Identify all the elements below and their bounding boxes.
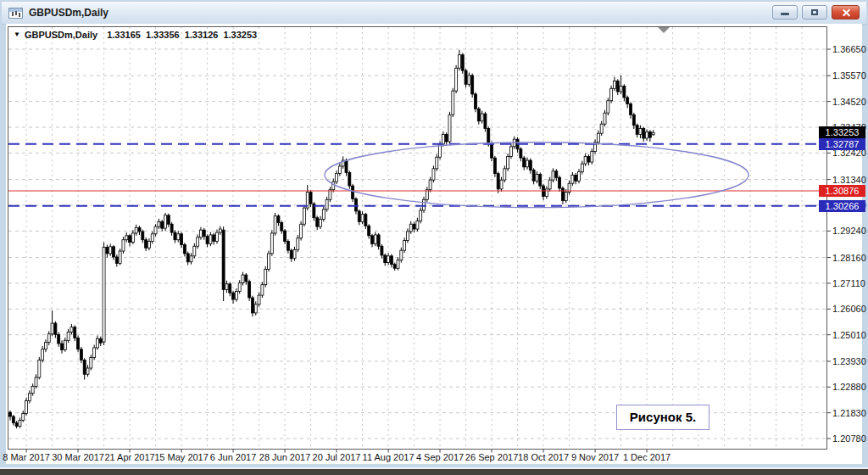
legend-low: 1.33126	[185, 30, 219, 40]
price-badge: 1.33253	[819, 126, 865, 138]
close-button[interactable]	[832, 5, 860, 20]
restore-icon	[811, 9, 818, 15]
minimize-icon	[781, 13, 789, 15]
price-axis-label: 1.22880	[832, 382, 868, 392]
chart-window-icon	[8, 8, 23, 19]
price-axis-label: 1.27110	[832, 278, 868, 288]
desktop-strip	[0, 469, 868, 475]
price-axis-label: 1.20780	[832, 433, 868, 444]
close-icon	[841, 8, 850, 17]
restore-button[interactable]	[802, 5, 827, 20]
price-axis-label: 1.36650	[832, 44, 868, 54]
chart-window: GBPUSDm,Daily	[0, 0, 868, 468]
window-titlebar[interactable]: GBPUSDm,Daily	[2, 2, 866, 25]
price-axis-label: 1.21830	[832, 408, 868, 418]
price-badge: 1.32787	[819, 138, 865, 150]
figure-label: Рисунок 5.	[630, 410, 696, 424]
price-badge: 1.30876	[819, 185, 865, 197]
minimize-button[interactable]	[772, 5, 798, 20]
legend-symbol: GBPUSDm,Daily	[25, 30, 97, 40]
legend-open: 1.33165	[107, 30, 141, 40]
legend-ohlc: 1.331651.333561.331261.33253	[102, 30, 257, 40]
chart-legend: ▼ GBPUSDm,Daily 1.331651.333561.331261.3…	[14, 30, 257, 40]
legend-close: 1.33253	[223, 30, 257, 40]
price-axis-label: 1.29240	[832, 226, 868, 236]
price-axis-label: 1.28160	[832, 253, 868, 263]
price-axis-label: 1.34520	[832, 97, 868, 107]
window-title: GBPUSDm,Daily	[29, 7, 108, 19]
price-axis-label: 1.23930	[832, 356, 868, 366]
chart-panel	[6, 24, 862, 464]
price-axis-label: 1.26060	[832, 304, 868, 314]
figure-annotation[interactable]: Рисунок 5.	[616, 405, 709, 430]
date-axis-label: 1 Dec 2017	[615, 452, 679, 462]
price-badge: 1.30266	[819, 200, 865, 212]
price-axis-label: 1.25010	[832, 330, 868, 340]
legend-high: 1.33356	[146, 30, 180, 40]
price-axis-label: 1.35570	[832, 70, 868, 81]
price-axis-label: 1.31340	[832, 175, 868, 185]
chevron-down-icon[interactable]: ▼	[14, 31, 20, 39]
